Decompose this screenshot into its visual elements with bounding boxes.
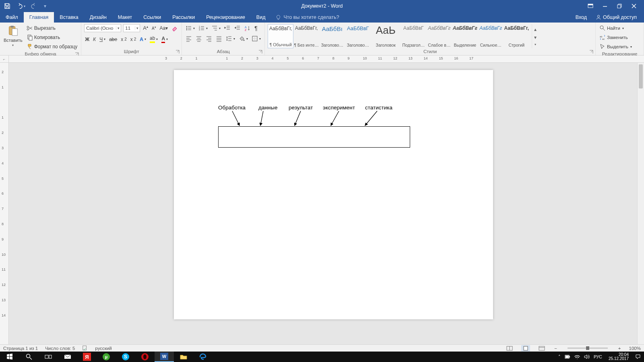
status-page[interactable]: Страница 1 из 1 [3,346,38,351]
grow-font-button[interactable]: A▴ [142,24,149,32]
style-heading1[interactable]: АаБбВıЗаголово… [319,24,345,48]
horizontal-ruler[interactable]: 3211234567891011121314151617 [9,56,644,62]
multilevel-list-button[interactable]: ▾ [211,24,221,32]
style-normal[interactable]: АаБбВвГг,¶ Обычный [268,24,293,48]
superscript-button[interactable]: x2 [130,36,137,43]
taskbar-opera[interactable] [135,352,155,362]
line-spacing-button[interactable]: ▾ [225,35,236,43]
tab-file[interactable]: Файл [0,12,24,23]
status-language[interactable]: русский [95,346,111,351]
shrink-font-button[interactable]: A▾ [151,25,157,31]
start-button[interactable] [0,352,19,362]
tray-chevron-up[interactable]: ˄ [558,354,561,359]
status-proofing[interactable] [82,345,88,352]
volume-icon[interactable] [584,354,590,359]
italic-button[interactable]: К [92,36,97,43]
underline-button[interactable]: Ч▾ [99,36,106,43]
search-button[interactable] [19,352,39,362]
tell-me-search[interactable]: Что вы хотите сделать? [271,12,344,23]
cut-button[interactable]: Вырезать [26,24,78,32]
text-effects-button[interactable]: A▾ [139,36,147,43]
align-center-button[interactable] [195,35,203,43]
document-area[interactable]: Обработка данные результат эксперимент с… [9,63,637,344]
taskbar-yandex[interactable]: Я [77,352,97,362]
align-right-button[interactable] [205,35,213,43]
font-size-combo[interactable]: 11▾ [123,24,140,32]
zoom-in-button[interactable]: + [617,345,622,352]
font-color-button[interactable]: A▾ [161,35,169,44]
borders-button[interactable]: ▾ [251,35,262,43]
style-intense-emphasis[interactable]: АаБбВвГгСильное… [478,24,504,48]
paste-button[interactable]: Вставить ▾ [3,24,23,48]
tab-home[interactable]: Главная [24,12,54,23]
font-name-combo[interactable]: Calibri (Осно▾ [84,24,121,32]
zoom-out-button[interactable]: − [553,345,558,352]
subscript-button[interactable]: x2 [120,36,128,43]
select-button[interactable]: Выделить▾ [599,43,633,51]
style-subtitle[interactable]: АаБбВвГПодзагол… [400,24,426,48]
justify-button[interactable] [215,35,223,43]
strikethrough-button[interactable]: abe [108,36,118,43]
replace-button[interactable]: abacЗаменить [599,33,633,41]
highlight-button[interactable]: ab▾ [149,35,159,44]
save-button[interactable] [3,2,11,10]
status-word-count[interactable]: Число слов: 5 [45,346,75,351]
wifi-icon[interactable] [574,354,580,359]
action-center-icon[interactable] [635,354,641,360]
view-read-mode[interactable] [505,345,514,352]
taskbar-edge[interactable] [193,352,213,362]
style-title[interactable]: АаЬЗаголовок [371,24,400,48]
dialog-launcher-icon[interactable] [589,50,593,54]
qat-customize[interactable]: ▾ [42,3,48,9]
view-web-layout[interactable] [537,345,546,352]
decrease-indent-button[interactable] [223,24,231,32]
sort-button[interactable]: AZ [244,24,252,32]
taskbar-word[interactable]: W [155,352,174,362]
zoom-slider[interactable] [568,348,608,349]
change-case-button[interactable]: Aa▾ [159,25,169,32]
vertical-ruler[interactable]: 211234567891011121314 [0,63,9,344]
tab-references[interactable]: Ссылки [138,12,167,23]
sign-in-link[interactable]: Вход [572,14,591,20]
tab-view[interactable]: Вид [251,12,271,23]
dialog-launcher-icon[interactable] [258,50,262,54]
taskbar-explorer[interactable] [174,352,193,362]
vertical-scrollbar[interactable] [637,63,644,344]
shading-button[interactable]: ▾ [238,35,249,43]
style-emphasis[interactable]: АаБбВвГгВыделение [452,24,478,48]
numbering-button[interactable]: 123▾ [198,24,208,32]
bullets-button[interactable]: ▾ [185,24,196,32]
minimize-button[interactable] [601,2,609,10]
tab-review[interactable]: Рецензирование [200,12,251,23]
taskbar-mail[interactable] [58,352,77,362]
tab-insert[interactable]: Вставка [54,12,84,23]
clear-formatting-button[interactable] [171,24,179,32]
share-button[interactable]: Общий доступ [592,14,640,20]
view-print-layout[interactable] [521,345,530,352]
style-no-spacing[interactable]: АаБбВвГг,¶ Без инте… [293,24,319,48]
close-button[interactable] [630,2,638,10]
battery-icon[interactable] [565,354,570,359]
redo-button[interactable] [30,2,38,10]
dialog-launcher-icon[interactable] [175,50,180,54]
ribbon-display-options[interactable] [587,2,594,10]
tray-language[interactable]: РУС [594,354,602,359]
show-marks-button[interactable]: ¶ [254,24,258,32]
format-painter-button[interactable]: Формат по образцу [26,43,78,51]
increase-indent-button[interactable] [233,24,242,32]
taskbar-utorrent[interactable]: µ [97,352,116,362]
restore-button[interactable] [616,2,623,10]
taskbar-skype[interactable]: S [116,352,135,362]
tab-layout[interactable]: Макет [112,12,138,23]
zoom-level[interactable]: 100% [629,346,641,351]
copy-button[interactable]: Копировать [26,33,78,41]
bold-button[interactable]: Ж [84,36,90,43]
drawing-rectangle[interactable] [218,126,410,148]
tray-clock[interactable]: 20:04 25.12.2017 [606,353,631,361]
task-view-button[interactable] [39,352,58,362]
style-strong[interactable]: АаБбВвГг,Строгий [504,24,529,48]
style-heading2[interactable]: АаБбВвГЗаголово… [345,24,371,48]
tab-design[interactable]: Дизайн [84,12,112,23]
find-button[interactable]: Найти▾ [599,24,633,32]
undo-button[interactable]: ▾ [15,2,26,10]
